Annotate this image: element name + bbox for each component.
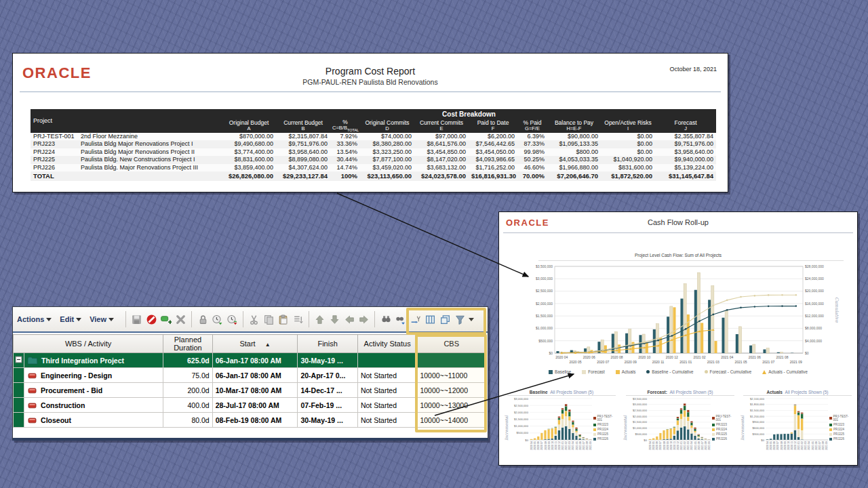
find-icon[interactable] (379, 312, 393, 326)
column-header-start[interactable]: Start▲ (212, 335, 298, 353)
columns-icon[interactable] (423, 312, 437, 326)
column-header: Original CommitsD (360, 119, 414, 133)
cost-cell: $9,490,680.00 (222, 140, 276, 148)
svg-text:2020 07: 2020 07 (540, 441, 543, 450)
svg-text:2020 06: 2020 06 (583, 355, 595, 359)
collapse-icon[interactable] (15, 356, 22, 363)
cost-cell: 30.44% (330, 156, 360, 164)
mini-subtitle: All Projects Shown (5) (669, 390, 713, 394)
legend-item: PRJ225 (829, 432, 851, 436)
legend-swatch (593, 438, 596, 441)
cost-cell: $3,958,640.00 (655, 148, 716, 157)
activity-row[interactable]: Engineering - Design75.0d06-Jan-17 08:00… (14, 368, 486, 383)
planned-duration-cell: 200.0d (163, 383, 212, 398)
move-up-icon[interactable] (313, 312, 327, 326)
sort-asc-icon: ▲ (265, 342, 271, 348)
legend-item: Baseline - Cumulative (646, 369, 693, 374)
incremental-axis-label: Incremental (622, 396, 628, 459)
menu-actions[interactable]: Actions (17, 315, 52, 323)
start-cell: 08-Feb-19 08:00 AM (212, 413, 298, 428)
activity-icon (27, 386, 37, 394)
program-cost-report-panel: ORACLE Program Cost Report PGM-PAUL-REN … (12, 53, 728, 192)
legend-swatch (829, 417, 832, 420)
svg-text:$2,100,000: $2,100,000 (750, 397, 765, 401)
report-title: Program Cost Report (13, 66, 728, 77)
activity-status-cell: Not Started (357, 413, 417, 428)
planned-duration-cell: 625.0d (163, 353, 212, 368)
legend-item: PRJ-TEST-001 (712, 415, 734, 422)
activity-name-cell: Construction (24, 398, 163, 413)
toolbar-separator (309, 311, 309, 327)
total-cell: $16,816,931.30 (469, 171, 517, 181)
column-header-wbs-activity[interactable]: WBS / Activity (14, 335, 163, 353)
svg-text:2021 05: 2021 05 (576, 441, 578, 450)
column-header-planned-duration[interactable]: Planned Duration (163, 335, 212, 353)
chevron-down-icon (108, 318, 114, 321)
chevron-down-icon[interactable] (469, 318, 474, 321)
add-icon[interactable] (159, 312, 173, 326)
column-header: Balance to PayH=E-F (547, 119, 601, 133)
move-down-icon[interactable] (328, 312, 342, 326)
legend-item: PRJ223 (829, 423, 851, 426)
svg-text:2020 11: 2020 11 (555, 441, 557, 450)
move-left-icon[interactable] (342, 312, 356, 326)
column-header-cbs[interactable]: CBS (417, 335, 486, 353)
cost-cell: PRJ224 (31, 148, 78, 157)
lock-icon[interactable] (196, 312, 210, 326)
legend-swatch (712, 428, 715, 431)
no-entry-icon[interactable] (145, 312, 159, 326)
report-subtitle: PGM-PAUL-REN Paulista Bld Renovations (13, 78, 728, 86)
paste-icon[interactable] (277, 312, 290, 326)
legend-item: PRJ-TEST-001 (593, 415, 615, 422)
menu-view[interactable]: View (90, 315, 114, 323)
column-header-activity-status[interactable]: Activity Status (357, 335, 417, 353)
svg-text:2021 04: 2021 04 (721, 355, 733, 359)
delete-icon[interactable] (174, 312, 188, 326)
activity-row[interactable]: Procurement - Bid200.0d10-Mar-17 08:00 A… (14, 383, 486, 398)
svg-text:2021 09: 2021 09 (790, 360, 802, 364)
legend-swatch (593, 428, 596, 431)
legend-item: Actuals - Cumulative (762, 369, 808, 374)
activity-name-cell: Engineering - Design (24, 368, 163, 383)
activity-row[interactable]: Construction400.0d28-Jul-17 08:00 AM07-F… (14, 398, 486, 413)
layout-icon[interactable] (438, 312, 452, 326)
row-gutter (14, 398, 24, 413)
header-rule (20, 92, 721, 92)
chevron-down-icon (76, 318, 81, 321)
schedule-icon[interactable] (211, 312, 224, 326)
save-icon[interactable] (130, 312, 144, 326)
activity-status-cell: Not Started (357, 368, 417, 383)
wbs-row[interactable]: Third Integration Project625.0d06-Jan-17… (14, 353, 486, 368)
svg-text:2020 10: 2020 10 (551, 441, 554, 450)
activity-row[interactable]: Closeout80.0d08-Feb-19 08:00 AM30-May-19… (14, 413, 486, 428)
svg-text:2020 04: 2020 04 (555, 355, 568, 359)
menu-edit[interactable]: Edit (60, 315, 81, 323)
svg-text:$12,000,000: $12,000,000 (805, 314, 824, 318)
svg-text:2021 09: 2021 09 (825, 441, 828, 450)
svg-text:2020 10: 2020 10 (670, 441, 673, 450)
find-next-icon[interactable] (394, 312, 408, 326)
main-chart-legend: BaselineForecastActualsBaseline - Cumula… (499, 369, 857, 374)
legend-swatch (829, 424, 832, 426)
renumber-icon[interactable] (292, 312, 305, 326)
legend-item: Forecast (582, 369, 605, 374)
legend-swatch (712, 433, 715, 436)
filter-icon[interactable] (453, 312, 467, 326)
legend-item: PRJ226 (712, 437, 734, 441)
replace-icon[interactable] (408, 312, 422, 326)
column-header-finish[interactable]: Finish (298, 335, 358, 353)
main-chart-title: Project Level Cash Flow: Sum of All Proj… (499, 253, 857, 258)
svg-text:$1,800,000: $1,800,000 (750, 403, 765, 406)
svg-text:2021 06: 2021 06 (749, 355, 761, 359)
move-right-icon[interactable] (357, 312, 371, 326)
svg-text:2020 06: 2020 06 (656, 441, 658, 450)
svg-text:$28,000,000: $28,000,000 (805, 264, 824, 268)
svg-text:2020 08: 2020 08 (663, 441, 666, 450)
svg-text:$3,500,000: $3,500,000 (633, 397, 648, 401)
cost-cell: $74,000.00 (360, 133, 414, 141)
copy-icon[interactable] (262, 312, 275, 326)
level-icon[interactable] (225, 312, 239, 326)
cut-icon[interactable] (248, 312, 261, 326)
total-row: TOTAL$26,826,080.00$29,233,127.84100%$23… (31, 171, 716, 181)
svg-text:$1,500,000: $1,500,000 (514, 418, 529, 421)
